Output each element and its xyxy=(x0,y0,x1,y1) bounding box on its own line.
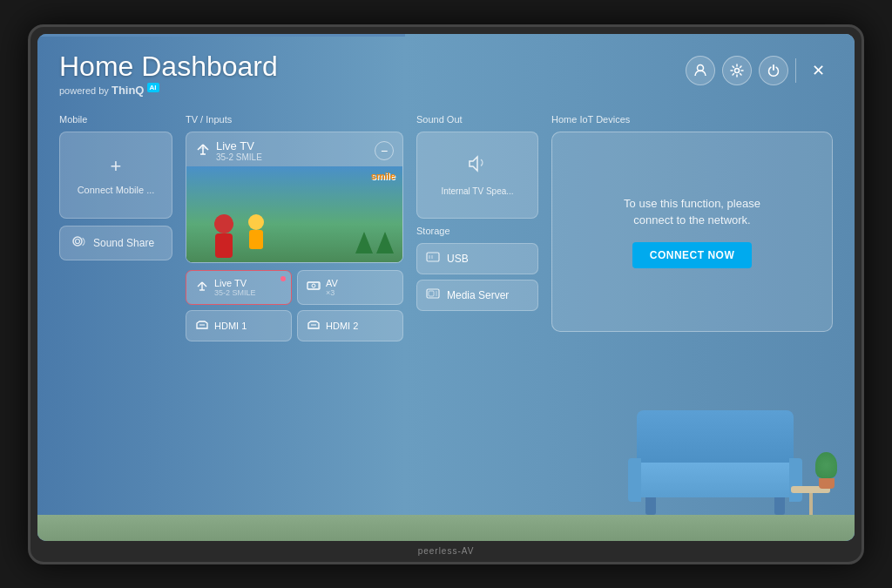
iot-section-label: Home IoT Devices xyxy=(551,114,833,125)
sound-device-label: Internal TV Spea... xyxy=(441,186,513,196)
sound-share-button[interactable]: Sound Share xyxy=(59,226,172,260)
dashboard-grid: Mobile + Connect Mobile ... xyxy=(59,114,833,341)
iot-card: To use this function, pleaseconnect to t… xyxy=(551,132,833,332)
usb-label: USB xyxy=(447,253,469,265)
smile-logo: smile xyxy=(371,171,395,181)
sound-storage-col: Sound Out Internal TV Spea... xyxy=(416,114,538,341)
svg-line-10 xyxy=(202,282,206,287)
tv-outer: Home Dashboard powered by ThinQ AI xyxy=(28,24,864,564)
settings-button[interactable] xyxy=(722,56,752,85)
mobile-section-label: Mobile xyxy=(59,114,172,125)
sound-section-label: Sound Out xyxy=(416,114,538,125)
svg-point-3 xyxy=(76,239,80,243)
svg-line-5 xyxy=(203,145,208,150)
tv-card-header: Live TV 35-2 SMILE − xyxy=(186,132,402,166)
plus-icon: + xyxy=(111,155,122,178)
input-hdmi1[interactable]: HDMI 1 xyxy=(186,310,292,341)
thinq-label: ThinQ xyxy=(112,84,145,97)
input-av[interactable]: AV ×3 xyxy=(297,270,403,305)
power-button[interactable] xyxy=(759,56,788,85)
usb-icon xyxy=(426,251,440,267)
sound-share-icon xyxy=(71,233,86,253)
input-live-tv[interactable]: Live TV 35-2 SMILE xyxy=(186,270,292,305)
usb-button[interactable]: USB xyxy=(416,243,538,274)
connect-mobile-card[interactable]: + Connect Mobile ... xyxy=(59,132,172,219)
speaker-icon xyxy=(467,153,488,179)
input-hdmi2[interactable]: HDMI 2 xyxy=(297,310,403,341)
av-sub: ×3 xyxy=(326,288,338,297)
profile-button[interactable] xyxy=(686,56,715,85)
tv-card-channel: Live TV xyxy=(216,139,262,152)
svg-rect-2 xyxy=(73,237,82,246)
tv-card-info: Live TV 35-2 SMILE xyxy=(195,139,262,162)
ai-badge: AI xyxy=(147,83,159,92)
hdmi2-icon xyxy=(307,318,321,334)
antenna-icon xyxy=(195,141,211,159)
header-title-block: Home Dashboard powered by ThinQ AI xyxy=(59,51,278,97)
header: Home Dashboard powered by ThinQ AI xyxy=(59,51,833,97)
av-icon xyxy=(307,280,321,295)
powered-by-label: powered by xyxy=(59,85,109,96)
sound-section: Sound Out Internal TV Spea... xyxy=(416,114,538,219)
tv-main-card[interactable]: Live TV 35-2 SMILE − xyxy=(186,132,403,263)
hdmi1-icon xyxy=(195,318,209,334)
media-server-label: Media Server xyxy=(447,289,509,301)
tv-screen: Home Dashboard powered by ThinQ AI xyxy=(37,34,855,541)
tv-card-sub: 35-2 SMILE xyxy=(216,152,262,162)
selected-dot xyxy=(280,276,286,281)
storage-section: Storage USB xyxy=(416,226,538,316)
minimize-button[interactable]: − xyxy=(375,141,394,160)
hdmi2-label: HDMI 2 xyxy=(326,321,358,331)
svg-line-4 xyxy=(198,145,203,150)
media-server-icon xyxy=(426,287,440,303)
hdmi1-label: HDMI 1 xyxy=(214,321,247,331)
live-tv-label: Live TV xyxy=(214,278,256,288)
iot-section: Home IoT Devices To use this function, p… xyxy=(551,114,833,341)
svg-point-1 xyxy=(734,68,739,72)
page-title: Home Dashboard xyxy=(59,51,278,82)
av-label: AV xyxy=(326,278,338,288)
live-tv-icon xyxy=(195,280,209,295)
tv-bottom-bar: peerless-AV xyxy=(418,541,475,562)
sound-share-label: Sound Share xyxy=(93,237,154,249)
storage-section-label: Storage xyxy=(416,226,538,236)
ctrl-divider xyxy=(795,58,797,83)
brand-label: peerless-AV xyxy=(418,546,475,556)
tv-inputs-section: TV / Inputs xyxy=(186,114,403,341)
svg-rect-13 xyxy=(307,282,320,289)
tv-thumbnail: smile xyxy=(186,166,402,262)
ui-overlay: Home Dashboard powered by ThinQ AI xyxy=(37,34,855,541)
svg-point-14 xyxy=(312,284,315,287)
svg-rect-24 xyxy=(429,291,434,296)
header-subtitle: powered by ThinQ AI xyxy=(59,84,278,97)
svg-line-9 xyxy=(198,282,202,287)
close-button[interactable]: ✕ xyxy=(803,56,833,85)
connect-mobile-label: Connect Mobile ... xyxy=(78,185,155,195)
header-controls: ✕ xyxy=(686,56,834,85)
iot-message: To use this function, pleaseconnect to t… xyxy=(624,195,760,229)
live-tv-sub: 35-2 SMILE xyxy=(214,288,256,297)
mobile-section: Mobile + Connect Mobile ... xyxy=(59,114,172,341)
sound-card[interactable]: Internal TV Spea... xyxy=(416,132,538,219)
connect-now-button[interactable]: CONNECT NOW xyxy=(632,242,753,268)
svg-rect-20 xyxy=(427,253,439,261)
tv-inputs-label: TV / Inputs xyxy=(186,114,403,125)
media-server-button[interactable]: Media Server xyxy=(416,280,538,311)
input-buttons: Live TV 35-2 SMILE xyxy=(186,270,403,341)
tv-card-title-block: Live TV 35-2 SMILE xyxy=(216,139,262,162)
